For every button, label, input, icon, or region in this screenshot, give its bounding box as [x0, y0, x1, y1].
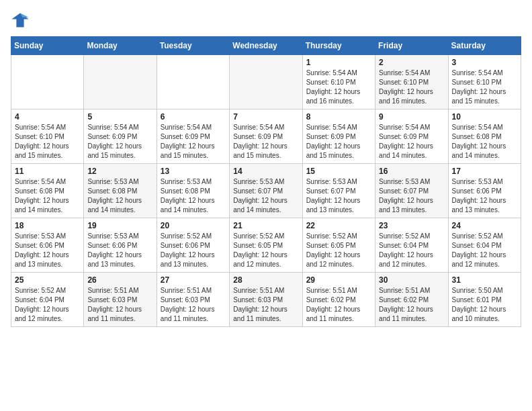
day-number: 15	[306, 167, 371, 176]
day-info: Sunrise: 5:53 AM Sunset: 6:08 PM Dayligh…	[161, 177, 226, 215]
logo-bird-icon	[11, 11, 30, 30]
day-number: 5	[87, 112, 152, 122]
day-number: 17	[452, 167, 517, 176]
calendar-cell: 13Sunrise: 5:53 AM Sunset: 6:08 PM Dayli…	[157, 164, 229, 218]
day-number: 3	[452, 58, 517, 67]
day-number: 11	[15, 167, 80, 176]
calendar-cell: 1Sunrise: 5:54 AM Sunset: 6:10 PM Daylig…	[302, 55, 375, 109]
day-info: Sunrise: 5:51 AM Sunset: 6:02 PM Dayligh…	[379, 286, 444, 324]
day-info: Sunrise: 5:53 AM Sunset: 6:08 PM Dayligh…	[87, 177, 152, 215]
day-number: 30	[379, 275, 444, 285]
col-header-wednesday: Wednesday	[230, 37, 302, 55]
day-number: 13	[161, 167, 226, 176]
day-info: Sunrise: 5:51 AM Sunset: 6:03 PM Dayligh…	[161, 286, 226, 324]
calendar-cell: 14Sunrise: 5:53 AM Sunset: 6:07 PM Dayli…	[230, 164, 302, 218]
calendar-cell	[157, 55, 229, 109]
calendar-cell: 23Sunrise: 5:52 AM Sunset: 6:04 PM Dayli…	[375, 218, 448, 273]
calendar-cell	[11, 55, 84, 109]
day-info: Sunrise: 5:54 AM Sunset: 6:10 PM Dayligh…	[379, 68, 444, 106]
day-number: 8	[306, 112, 371, 122]
day-number: 9	[379, 112, 444, 122]
day-number: 16	[379, 167, 444, 176]
day-info: Sunrise: 5:53 AM Sunset: 6:07 PM Dayligh…	[379, 177, 444, 215]
calendar-cell	[84, 55, 157, 109]
calendar-cell: 22Sunrise: 5:52 AM Sunset: 6:05 PM Dayli…	[302, 218, 375, 273]
calendar-cell: 21Sunrise: 5:52 AM Sunset: 6:05 PM Dayli…	[230, 218, 302, 273]
week-row-4: 18Sunrise: 5:53 AM Sunset: 6:06 PM Dayli…	[11, 218, 521, 273]
day-info: Sunrise: 5:52 AM Sunset: 6:06 PM Dayligh…	[161, 232, 226, 269]
day-info: Sunrise: 5:51 AM Sunset: 6:02 PM Dayligh…	[306, 286, 371, 324]
calendar-cell: 19Sunrise: 5:53 AM Sunset: 6:06 PM Dayli…	[84, 218, 157, 273]
day-number: 26	[87, 275, 152, 285]
day-number: 24	[452, 221, 517, 230]
day-number: 4	[15, 112, 80, 122]
calendar-cell: 2Sunrise: 5:54 AM Sunset: 6:10 PM Daylig…	[375, 55, 448, 109]
calendar-cell: 4Sunrise: 5:54 AM Sunset: 6:10 PM Daylig…	[11, 109, 84, 164]
calendar-cell: 8Sunrise: 5:54 AM Sunset: 6:09 PM Daylig…	[302, 109, 375, 164]
day-number: 1	[306, 58, 371, 67]
calendar-cell: 15Sunrise: 5:53 AM Sunset: 6:07 PM Dayli…	[302, 164, 375, 218]
day-number: 7	[233, 112, 298, 122]
day-info: Sunrise: 5:54 AM Sunset: 6:08 PM Dayligh…	[15, 177, 80, 215]
week-row-3: 11Sunrise: 5:54 AM Sunset: 6:08 PM Dayli…	[11, 164, 521, 218]
calendar-cell: 26Sunrise: 5:51 AM Sunset: 6:03 PM Dayli…	[84, 273, 157, 327]
day-info: Sunrise: 5:54 AM Sunset: 6:09 PM Dayligh…	[379, 123, 444, 161]
day-number: 18	[15, 221, 80, 230]
day-info: Sunrise: 5:54 AM Sunset: 6:09 PM Dayligh…	[87, 123, 152, 161]
calendar-cell: 24Sunrise: 5:52 AM Sunset: 6:04 PM Dayli…	[448, 218, 521, 273]
calendar-table: SundayMondayTuesdayWednesdayThursdayFrid…	[11, 36, 521, 327]
col-header-thursday: Thursday	[302, 37, 375, 55]
calendar-cell: 3Sunrise: 5:54 AM Sunset: 6:10 PM Daylig…	[448, 55, 521, 109]
day-number: 2	[379, 58, 444, 67]
day-info: Sunrise: 5:54 AM Sunset: 6:09 PM Dayligh…	[306, 123, 371, 161]
calendar-cell: 6Sunrise: 5:54 AM Sunset: 6:09 PM Daylig…	[157, 109, 229, 164]
week-row-5: 25Sunrise: 5:52 AM Sunset: 6:04 PM Dayli…	[11, 273, 521, 327]
calendar-cell: 20Sunrise: 5:52 AM Sunset: 6:06 PM Dayli…	[157, 218, 229, 273]
page-header	[11, 11, 521, 30]
week-row-1: 1Sunrise: 5:54 AM Sunset: 6:10 PM Daylig…	[11, 55, 521, 109]
calendar-cell: 29Sunrise: 5:51 AM Sunset: 6:02 PM Dayli…	[302, 273, 375, 327]
header-row: SundayMondayTuesdayWednesdayThursdayFrid…	[11, 37, 521, 55]
day-info: Sunrise: 5:54 AM Sunset: 6:09 PM Dayligh…	[161, 123, 226, 161]
col-header-monday: Monday	[84, 37, 157, 55]
day-info: Sunrise: 5:54 AM Sunset: 6:09 PM Dayligh…	[233, 123, 298, 161]
calendar-cell: 17Sunrise: 5:53 AM Sunset: 6:06 PM Dayli…	[448, 164, 521, 218]
day-info: Sunrise: 5:53 AM Sunset: 6:06 PM Dayligh…	[87, 232, 152, 269]
day-number: 25	[15, 275, 80, 285]
day-info: Sunrise: 5:51 AM Sunset: 6:03 PM Dayligh…	[87, 286, 152, 324]
day-number: 31	[452, 275, 517, 285]
day-number: 12	[87, 167, 152, 176]
day-number: 20	[161, 221, 226, 230]
day-info: Sunrise: 5:53 AM Sunset: 6:07 PM Dayligh…	[233, 177, 298, 215]
calendar-cell: 28Sunrise: 5:51 AM Sunset: 6:03 PM Dayli…	[230, 273, 302, 327]
day-info: Sunrise: 5:53 AM Sunset: 6:06 PM Dayligh…	[15, 232, 80, 269]
day-info: Sunrise: 5:52 AM Sunset: 6:05 PM Dayligh…	[306, 232, 371, 269]
day-number: 29	[306, 275, 371, 285]
day-number: 23	[379, 221, 444, 230]
day-number: 6	[161, 112, 226, 122]
calendar-cell: 9Sunrise: 5:54 AM Sunset: 6:09 PM Daylig…	[375, 109, 448, 164]
col-header-saturday: Saturday	[448, 37, 521, 55]
col-header-friday: Friday	[375, 37, 448, 55]
day-info: Sunrise: 5:54 AM Sunset: 6:10 PM Dayligh…	[306, 68, 371, 106]
day-info: Sunrise: 5:52 AM Sunset: 6:05 PM Dayligh…	[233, 232, 298, 269]
day-info: Sunrise: 5:51 AM Sunset: 6:03 PM Dayligh…	[233, 286, 298, 324]
calendar-cell: 7Sunrise: 5:54 AM Sunset: 6:09 PM Daylig…	[230, 109, 302, 164]
calendar-cell: 30Sunrise: 5:51 AM Sunset: 6:02 PM Dayli…	[375, 273, 448, 327]
day-info: Sunrise: 5:53 AM Sunset: 6:07 PM Dayligh…	[306, 177, 371, 215]
day-info: Sunrise: 5:53 AM Sunset: 6:06 PM Dayligh…	[452, 177, 517, 215]
day-number: 19	[87, 221, 152, 230]
day-info: Sunrise: 5:52 AM Sunset: 6:04 PM Dayligh…	[452, 232, 517, 269]
day-info: Sunrise: 5:54 AM Sunset: 6:08 PM Dayligh…	[452, 123, 517, 161]
day-number: 14	[233, 167, 298, 176]
day-number: 10	[452, 112, 517, 122]
calendar-cell: 18Sunrise: 5:53 AM Sunset: 6:06 PM Dayli…	[11, 218, 84, 273]
calendar-cell: 31Sunrise: 5:50 AM Sunset: 6:01 PM Dayli…	[448, 273, 521, 327]
day-number: 27	[161, 275, 226, 285]
day-info: Sunrise: 5:50 AM Sunset: 6:01 PM Dayligh…	[452, 286, 517, 324]
calendar-cell	[230, 55, 302, 109]
calendar-cell: 25Sunrise: 5:52 AM Sunset: 6:04 PM Dayli…	[11, 273, 84, 327]
col-header-tuesday: Tuesday	[157, 37, 229, 55]
calendar-cell: 12Sunrise: 5:53 AM Sunset: 6:08 PM Dayli…	[84, 164, 157, 218]
col-header-sunday: Sunday	[11, 37, 84, 55]
